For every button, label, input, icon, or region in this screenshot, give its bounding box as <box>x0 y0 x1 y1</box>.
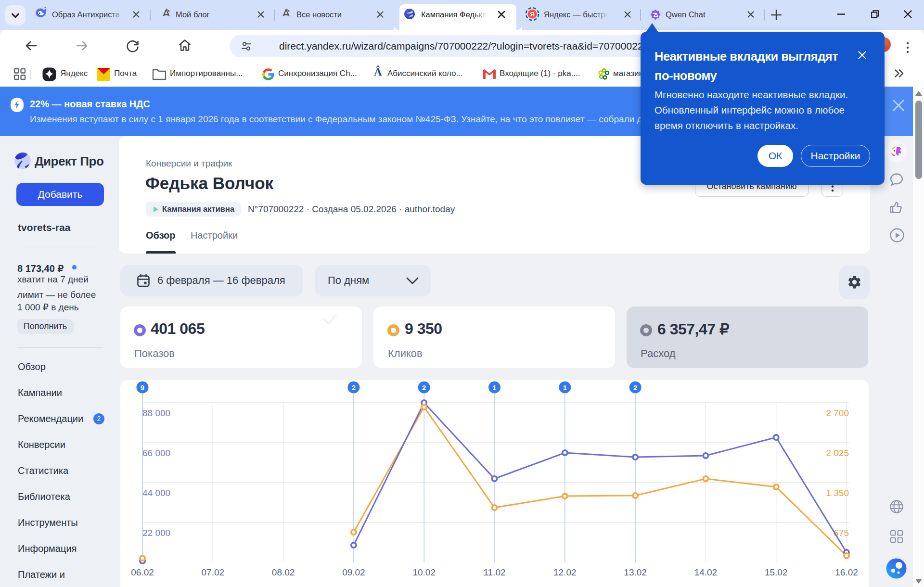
svg-text:Я: Я <box>530 11 534 18</box>
svg-text:12.02: 12.02 <box>553 567 577 577</box>
svg-text:2 025: 2 025 <box>826 448 849 458</box>
svg-text:06.02: 06.02 <box>131 567 154 577</box>
svg-text:2: 2 <box>633 383 637 392</box>
svg-text:2: 2 <box>352 383 356 392</box>
svg-text:22 000: 22 000 <box>142 528 170 538</box>
svg-text:08.02: 08.02 <box>272 567 295 577</box>
svg-text:14.02: 14.02 <box>694 567 718 577</box>
svg-text:1: 1 <box>563 383 567 392</box>
svg-text:15.02: 15.02 <box>765 567 788 577</box>
svg-text:88 000: 88 000 <box>142 408 170 418</box>
svg-text:2: 2 <box>422 383 426 392</box>
svg-text:2 700: 2 700 <box>826 408 849 418</box>
svg-text:07.02: 07.02 <box>202 567 225 577</box>
svg-text:44 000: 44 000 <box>142 488 170 498</box>
svg-text:16.02: 16.02 <box>835 567 858 577</box>
svg-text:11.02: 11.02 <box>483 567 505 577</box>
svg-text:66 000: 66 000 <box>142 448 170 458</box>
svg-text:9: 9 <box>141 383 144 392</box>
svg-text:1: 1 <box>492 383 496 392</box>
svg-text:13.02: 13.02 <box>624 567 647 577</box>
svg-text:09.02: 09.02 <box>342 567 365 577</box>
svg-text:10.02: 10.02 <box>412 567 436 577</box>
svg-text:1 350: 1 350 <box>826 488 849 498</box>
